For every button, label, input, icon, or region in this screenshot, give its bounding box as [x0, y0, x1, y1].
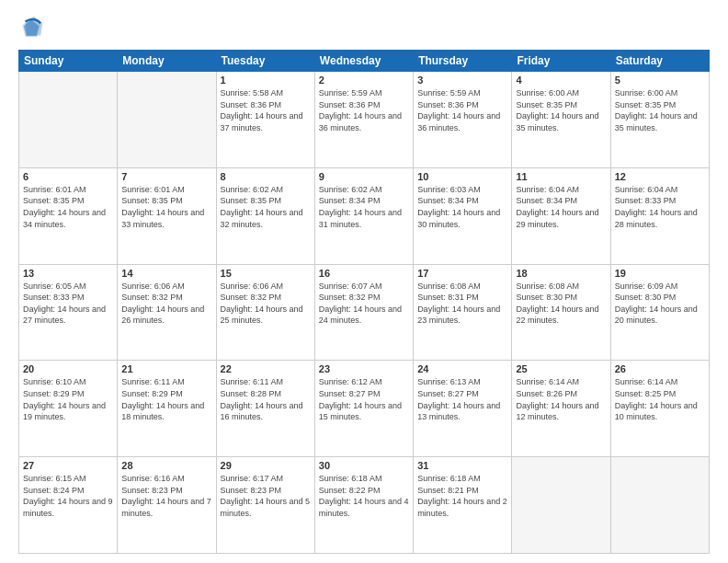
day-info: Sunrise: 6:12 AMSunset: 8:27 PMDaylight:…	[319, 376, 409, 422]
day-number: 8	[221, 171, 311, 182]
day-info: Sunrise: 6:04 AMSunset: 8:34 PMDaylight:…	[516, 184, 606, 230]
day-info: Sunrise: 6:00 AMSunset: 8:35 PMDaylight:…	[516, 87, 606, 133]
day-info: Sunrise: 6:08 AMSunset: 8:30 PMDaylight:…	[516, 281, 606, 327]
day-number: 7	[121, 171, 211, 182]
calendar-cell	[512, 457, 610, 554]
day-number: 12	[615, 171, 705, 182]
week-row-4: 20 Sunrise: 6:10 AMSunset: 8:29 PMDaylig…	[19, 361, 710, 457]
calendar-cell: 2 Sunrise: 5:59 AMSunset: 8:36 PMDayligh…	[314, 72, 413, 168]
day-number: 13	[23, 268, 113, 279]
calendar-cell: 17 Sunrise: 6:08 AMSunset: 8:31 PMDaylig…	[414, 264, 512, 361]
day-number: 10	[417, 171, 507, 182]
day-info: Sunrise: 6:18 AMSunset: 8:21 PMDaylight:…	[417, 473, 507, 519]
calendar-cell: 3 Sunrise: 5:59 AMSunset: 8:36 PMDayligh…	[414, 72, 512, 168]
day-info: Sunrise: 5:59 AMSunset: 8:36 PMDaylight:…	[417, 87, 507, 133]
day-info: Sunrise: 6:05 AMSunset: 8:33 PMDaylight:…	[23, 281, 113, 327]
page: Sunday Monday Tuesday Wednesday Thursday…	[0, 0, 728, 563]
day-info: Sunrise: 6:08 AMSunset: 8:31 PMDaylight:…	[417, 281, 507, 327]
day-info: Sunrise: 6:11 AMSunset: 8:29 PMDaylight:…	[121, 376, 211, 422]
calendar-cell: 30 Sunrise: 6:18 AMSunset: 8:22 PMDaylig…	[314, 457, 413, 554]
calendar-cell: 31 Sunrise: 6:18 AMSunset: 8:21 PMDaylig…	[414, 457, 512, 554]
col-wednesday: Wednesday	[314, 51, 413, 72]
day-info: Sunrise: 6:06 AMSunset: 8:32 PMDaylight:…	[121, 281, 211, 327]
day-info: Sunrise: 6:11 AMSunset: 8:28 PMDaylight:…	[221, 376, 311, 422]
week-row-2: 6 Sunrise: 6:01 AMSunset: 8:35 PMDayligh…	[19, 167, 710, 264]
day-number: 17	[417, 268, 507, 279]
day-number: 9	[319, 171, 409, 182]
day-info: Sunrise: 6:01 AMSunset: 8:35 PMDaylight:…	[23, 184, 113, 230]
calendar-cell: 6 Sunrise: 6:01 AMSunset: 8:35 PMDayligh…	[19, 167, 118, 264]
day-number: 27	[23, 460, 113, 471]
day-info: Sunrise: 6:18 AMSunset: 8:22 PMDaylight:…	[319, 473, 409, 519]
calendar-cell: 24 Sunrise: 6:13 AMSunset: 8:27 PMDaylig…	[414, 361, 512, 457]
header	[18, 15, 710, 40]
calendar-cell: 1 Sunrise: 5:58 AMSunset: 8:36 PMDayligh…	[216, 72, 314, 168]
day-info: Sunrise: 5:59 AMSunset: 8:36 PMDaylight:…	[319, 87, 409, 133]
calendar-cell	[118, 72, 216, 168]
day-info: Sunrise: 6:14 AMSunset: 8:25 PMDaylight:…	[615, 376, 705, 422]
calendar-cell: 11 Sunrise: 6:04 AMSunset: 8:34 PMDaylig…	[512, 167, 610, 264]
day-info: Sunrise: 6:17 AMSunset: 8:23 PMDaylight:…	[221, 473, 311, 519]
day-info: Sunrise: 6:04 AMSunset: 8:33 PMDaylight:…	[615, 184, 705, 230]
logo-icon	[18, 15, 44, 40]
day-number: 1	[221, 75, 311, 86]
day-info: Sunrise: 6:06 AMSunset: 8:32 PMDaylight:…	[221, 281, 311, 327]
day-info: Sunrise: 6:14 AMSunset: 8:26 PMDaylight:…	[516, 376, 606, 422]
day-info: Sunrise: 6:02 AMSunset: 8:34 PMDaylight:…	[319, 184, 409, 230]
logo	[18, 15, 48, 40]
day-number: 20	[23, 363, 113, 374]
calendar-cell: 21 Sunrise: 6:11 AMSunset: 8:29 PMDaylig…	[118, 361, 216, 457]
calendar-cell: 14 Sunrise: 6:06 AMSunset: 8:32 PMDaylig…	[118, 264, 216, 361]
calendar-cell: 9 Sunrise: 6:02 AMSunset: 8:34 PMDayligh…	[314, 167, 413, 264]
day-number: 16	[319, 268, 409, 279]
col-monday: Monday	[118, 51, 216, 72]
day-number: 23	[319, 363, 409, 374]
calendar-cell: 22 Sunrise: 6:11 AMSunset: 8:28 PMDaylig…	[216, 361, 314, 457]
calendar-cell: 7 Sunrise: 6:01 AMSunset: 8:35 PMDayligh…	[118, 167, 216, 264]
day-info: Sunrise: 6:07 AMSunset: 8:32 PMDaylight:…	[319, 281, 409, 327]
day-info: Sunrise: 6:09 AMSunset: 8:30 PMDaylight:…	[615, 281, 705, 327]
day-number: 5	[615, 75, 705, 86]
col-sunday: Sunday	[19, 51, 118, 72]
day-info: Sunrise: 6:13 AMSunset: 8:27 PMDaylight:…	[417, 376, 507, 422]
calendar-cell: 13 Sunrise: 6:05 AMSunset: 8:33 PMDaylig…	[19, 264, 118, 361]
day-number: 3	[417, 75, 507, 86]
col-thursday: Thursday	[414, 51, 512, 72]
calendar-cell: 25 Sunrise: 6:14 AMSunset: 8:26 PMDaylig…	[512, 361, 610, 457]
day-info: Sunrise: 6:10 AMSunset: 8:29 PMDaylight:…	[23, 376, 113, 422]
day-number: 19	[615, 268, 705, 279]
calendar-cell: 4 Sunrise: 6:00 AMSunset: 8:35 PMDayligh…	[512, 72, 610, 168]
calendar-cell: 20 Sunrise: 6:10 AMSunset: 8:29 PMDaylig…	[19, 361, 118, 457]
day-number: 31	[417, 460, 507, 471]
day-number: 21	[121, 363, 211, 374]
calendar-cell: 19 Sunrise: 6:09 AMSunset: 8:30 PMDaylig…	[610, 264, 709, 361]
calendar-cell: 18 Sunrise: 6:08 AMSunset: 8:30 PMDaylig…	[512, 264, 610, 361]
calendar-cell: 15 Sunrise: 6:06 AMSunset: 8:32 PMDaylig…	[216, 264, 314, 361]
day-info: Sunrise: 6:00 AMSunset: 8:35 PMDaylight:…	[615, 87, 705, 133]
week-row-3: 13 Sunrise: 6:05 AMSunset: 8:33 PMDaylig…	[19, 264, 710, 361]
calendar-cell: 5 Sunrise: 6:00 AMSunset: 8:35 PMDayligh…	[610, 72, 709, 168]
day-number: 22	[221, 363, 311, 374]
day-number: 26	[615, 363, 705, 374]
calendar-cell	[19, 72, 118, 168]
day-number: 25	[516, 363, 606, 374]
calendar-cell: 28 Sunrise: 6:16 AMSunset: 8:23 PMDaylig…	[118, 457, 216, 554]
week-row-1: 1 Sunrise: 5:58 AMSunset: 8:36 PMDayligh…	[19, 72, 710, 168]
day-number: 18	[516, 268, 606, 279]
day-number: 2	[319, 75, 409, 86]
calendar-cell: 23 Sunrise: 6:12 AMSunset: 8:27 PMDaylig…	[314, 361, 413, 457]
day-number: 4	[516, 75, 606, 86]
day-number: 15	[221, 268, 311, 279]
day-info: Sunrise: 6:15 AMSunset: 8:24 PMDaylight:…	[23, 473, 113, 519]
week-row-5: 27 Sunrise: 6:15 AMSunset: 8:24 PMDaylig…	[19, 457, 710, 554]
calendar-table: Sunday Monday Tuesday Wednesday Thursday…	[18, 50, 710, 554]
day-number: 30	[319, 460, 409, 471]
day-info: Sunrise: 6:03 AMSunset: 8:34 PMDaylight:…	[417, 184, 507, 230]
day-number: 29	[221, 460, 311, 471]
day-number: 6	[23, 171, 113, 182]
calendar-cell: 16 Sunrise: 6:07 AMSunset: 8:32 PMDaylig…	[314, 264, 413, 361]
calendar-cell: 26 Sunrise: 6:14 AMSunset: 8:25 PMDaylig…	[610, 361, 709, 457]
calendar-cell: 29 Sunrise: 6:17 AMSunset: 8:23 PMDaylig…	[216, 457, 314, 554]
col-tuesday: Tuesday	[216, 51, 314, 72]
day-info: Sunrise: 6:01 AMSunset: 8:35 PMDaylight:…	[121, 184, 211, 230]
